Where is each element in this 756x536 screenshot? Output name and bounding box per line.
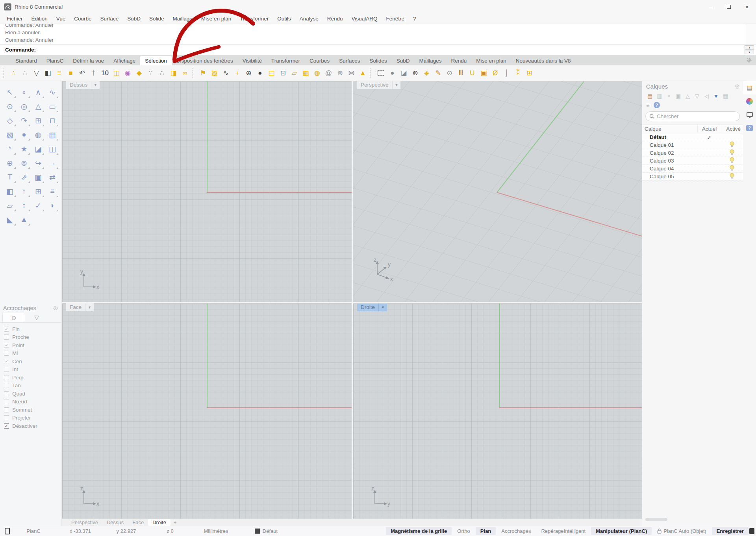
- toolbar-tab[interactable]: Affichage: [109, 56, 140, 65]
- viewport-face[interactable]: Face ▼ z x: [62, 303, 352, 519]
- toolbar-tab[interactable]: Rendu: [447, 56, 472, 65]
- layer-name[interactable]: Défaut: [642, 134, 697, 140]
- osnap-checkbox[interactable]: ✓: [4, 423, 9, 429]
- select-point-cloud-icon[interactable]: ∵: [145, 67, 156, 79]
- layer-name[interactable]: Calque 03: [642, 158, 697, 164]
- menu-item[interactable]: ?: [409, 14, 421, 23]
- toolbar-tab[interactable]: Nouveautés dans la V8: [511, 56, 576, 65]
- viewport-perspective[interactable]: Perspective ▼ z y x: [353, 81, 642, 302]
- select-circles-icon[interactable]: ⊕: [243, 67, 254, 79]
- maximize-button[interactable]: [720, 0, 738, 13]
- osnap-checkbox[interactable]: ✓: [4, 335, 9, 340]
- statusbar-pane[interactable]: RepérageIntelligent: [536, 527, 590, 535]
- command-prompt[interactable]: Commande:: [5, 47, 36, 53]
- viewport-dessus[interactable]: Dessus ▼ y x: [62, 81, 352, 302]
- osnap-checkbox[interactable]: ✓: [4, 399, 9, 404]
- layer-name[interactable]: Calque 04: [642, 166, 697, 172]
- solid-edit-tool-icon[interactable]: ◧: [3, 184, 17, 198]
- osnap-checkbox[interactable]: ✓: [4, 407, 9, 412]
- select-perforated-icon[interactable]: ⊛: [334, 67, 346, 79]
- current-layer-check-icon[interactable]: ✓: [697, 134, 721, 140]
- surface-points-tool-icon[interactable]: ⊞: [31, 113, 45, 128]
- viewport-tab[interactable]: Droite: [148, 519, 170, 526]
- unroll-tool-icon[interactable]: ◣: [3, 213, 17, 227]
- patch-tool-icon[interactable]: ▦: [45, 128, 59, 142]
- toolbar-tab[interactable]: Standard: [11, 56, 42, 65]
- polyline-tool-icon[interactable]: ∧: [31, 85, 45, 99]
- menu-item[interactable]: Édition: [27, 14, 52, 23]
- grid-array-tool-icon[interactable]: ⊞: [31, 184, 45, 198]
- layer-bulb-icon[interactable]: [730, 149, 734, 155]
- point-tool-icon[interactable]: ∘: [17, 85, 31, 99]
- layers-scrollbar[interactable]: [645, 518, 667, 521]
- close-button[interactable]: ×: [738, 0, 756, 13]
- key-icon[interactable]: Ø: [489, 67, 501, 79]
- column-calque[interactable]: Calque: [642, 125, 697, 133]
- highlight-cube-icon[interactable]: ▣: [478, 67, 489, 79]
- layer-bulb-icon[interactable]: [730, 173, 734, 179]
- menu-item[interactable]: Rendu: [323, 14, 347, 23]
- split-tool-icon[interactable]: ◫: [45, 142, 59, 156]
- blend-tool-icon[interactable]: →: [45, 156, 59, 170]
- osnap-item[interactable]: ✓Mi: [4, 349, 61, 358]
- selection-filter-icon[interactable]: ▽: [31, 67, 42, 79]
- Défaut[interactable]: Défaut ✓: [642, 133, 743, 141]
- osnap-tab-filter[interactable]: ▽: [25, 313, 48, 322]
- select-grid-icon[interactable]: ▦: [300, 67, 311, 79]
- statusbar-pane[interactable]: Ortho: [452, 527, 475, 535]
- osnap-item[interactable]: ✓Projeter: [4, 414, 61, 422]
- select-points-alt-icon[interactable]: ∴: [19, 67, 31, 79]
- select-ellipsoid-icon[interactable]: ●: [387, 67, 398, 79]
- panel-tab-display[interactable]: [743, 94, 756, 108]
- panel-tab-layers[interactable]: ▤: [743, 81, 756, 94]
- osnap-item[interactable]: ✓Proche: [4, 333, 61, 342]
- statusbar-units[interactable]: Millimètres: [191, 528, 241, 534]
- pointer-tool-icon[interactable]: ↖: [3, 85, 17, 99]
- viewport-tab[interactable]: Face: [128, 519, 148, 526]
- statusbar-pane[interactable]: Magnétisme de la grille: [386, 527, 452, 535]
- move-up-icon[interactable]: △: [684, 92, 691, 100]
- statusbar-pane[interactable]: Manipulateur (PlanC): [591, 527, 652, 535]
- trim-tool-icon[interactable]: ◪: [31, 142, 45, 156]
- viewport-tab[interactable]: Dessus: [102, 519, 128, 526]
- layer-search-box[interactable]: [645, 111, 740, 121]
- osnap-item[interactable]: ✓Désactiver: [4, 422, 61, 430]
- osnap-checkbox[interactable]: ✓: [4, 343, 9, 348]
- osnap-checkbox[interactable]: ✓: [4, 367, 9, 372]
- osnap-checkbox[interactable]: ✓: [4, 391, 9, 396]
- osnap-checkbox[interactable]: ✓: [4, 359, 9, 364]
- curve-tool-icon[interactable]: ∿: [45, 85, 59, 99]
- select-previous-icon[interactable]: ≡: [54, 67, 65, 79]
- polygon-tool-icon[interactable]: △: [31, 99, 45, 113]
- command-scroll-up-button[interactable]: ▲: [745, 45, 754, 50]
- fence-icon[interactable]: Ⅲ: [455, 67, 467, 79]
- circles-tool-icon[interactable]: ⊚: [17, 156, 31, 170]
- menu-item[interactable]: Mise en plan: [197, 14, 236, 23]
- Calque 03[interactable]: Calque 03 ✓: [642, 157, 743, 165]
- select-control-points-icon[interactable]: +: [232, 67, 243, 79]
- layer-bulb-icon[interactable]: [730, 165, 734, 171]
- menu-item[interactable]: Transformer: [235, 14, 273, 23]
- select-box-icon[interactable]: ◪: [398, 67, 410, 79]
- select-pendant-icon[interactable]: †: [88, 67, 99, 79]
- minimize-button[interactable]: [702, 0, 720, 13]
- duplicate-layer-icon[interactable]: ▣: [674, 92, 682, 100]
- layer-bulb-icon[interactable]: [730, 157, 734, 163]
- viewport-perspective-label[interactable]: Perspective ▼: [357, 81, 400, 89]
- layer-name[interactable]: Calque 01: [642, 142, 697, 148]
- select-balls-icon[interactable]: ⊚: [410, 67, 421, 79]
- layers-menu-icon[interactable]: ≡: [646, 102, 650, 108]
- layer-table-icon[interactable]: ▦: [722, 92, 729, 100]
- select-flag-icon[interactable]: ⚑: [197, 67, 209, 79]
- osnap-item[interactable]: ✓Fin: [4, 325, 61, 333]
- select-drop-icon[interactable]: ◈: [421, 67, 432, 79]
- osnap-item[interactable]: ✓Tan: [4, 382, 61, 390]
- statusbar-pane[interactable]: PlanC Auto (Objet): [652, 527, 711, 535]
- statusbar-cplane[interactable]: PlanC: [10, 528, 57, 534]
- menu-item[interactable]: Outils: [273, 14, 295, 23]
- toolbar-tab[interactable]: SubD: [392, 56, 415, 65]
- paintbrush-icon[interactable]: ✎: [432, 67, 444, 79]
- select-notebook-icon[interactable]: ▤: [266, 67, 277, 79]
- select-hatch-icon[interactable]: ▨: [209, 67, 220, 79]
- copy-tool-icon[interactable]: ▱: [3, 198, 17, 213]
